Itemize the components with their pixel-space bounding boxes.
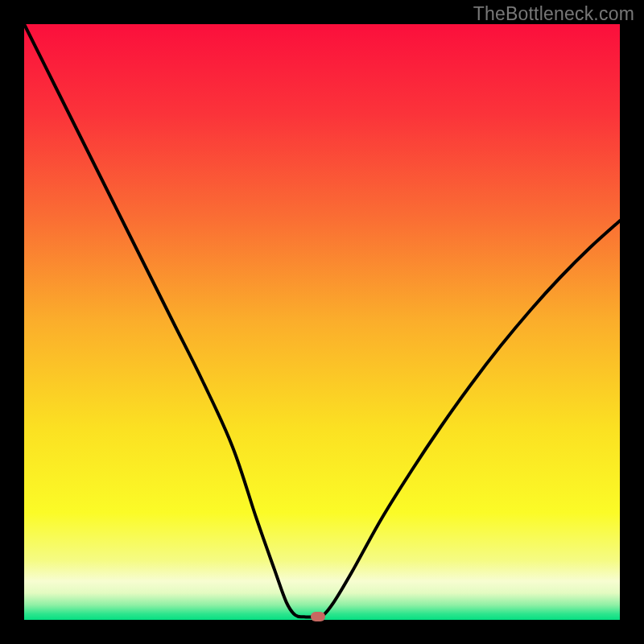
bottleneck-curve: [24, 24, 620, 620]
plot-area: [24, 24, 620, 620]
optimal-point-marker: [311, 612, 325, 621]
chart-frame: TheBottleneck.com: [0, 0, 644, 644]
watermark-text: TheBottleneck.com: [473, 3, 634, 25]
